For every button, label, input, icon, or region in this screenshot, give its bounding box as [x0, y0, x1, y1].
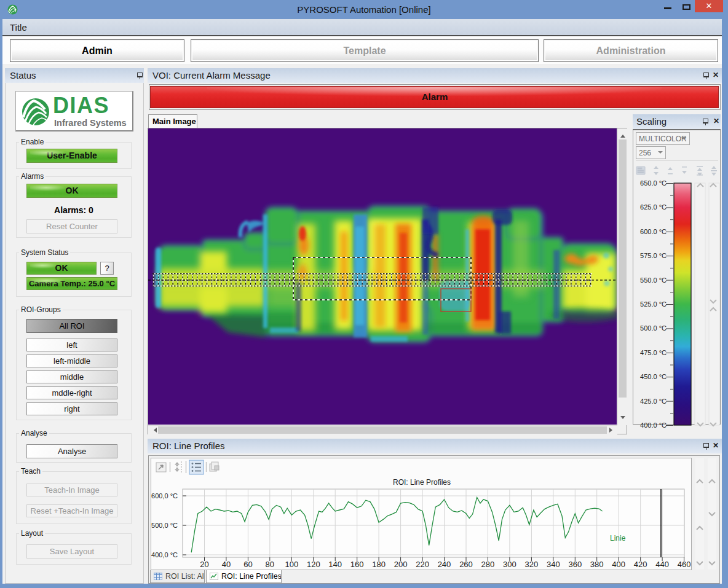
svg-text:460: 460 [678, 560, 691, 569]
svg-text:80: 80 [266, 560, 274, 569]
svg-text:600.0 °C: 600.0 °C [640, 228, 667, 235]
svg-text:280: 280 [481, 560, 495, 569]
svg-text:ROI: Line Profiles: ROI: Line Profiles [393, 478, 451, 487]
svg-text:Linie: Linie [610, 534, 626, 543]
svg-text:625.0 °C: 625.0 °C [640, 203, 667, 211]
svg-text:650.0 °C: 650.0 °C [640, 179, 667, 187]
svg-text:400,0 °C: 400,0 °C [151, 551, 178, 559]
svg-text:340: 340 [547, 560, 560, 569]
svg-text:160: 160 [350, 560, 364, 569]
svg-text:425.0 °C: 425.0 °C [640, 398, 667, 405]
svg-text:120: 120 [307, 560, 320, 569]
svg-text:380: 380 [590, 560, 604, 569]
svg-text:575.0 °C: 575.0 °C [640, 252, 667, 259]
svg-text:100: 100 [285, 560, 298, 569]
svg-text:400.0 °C: 400.0 °C [640, 421, 667, 429]
svg-text:320: 320 [525, 560, 539, 569]
svg-text:240: 240 [438, 560, 451, 569]
svg-text:220: 220 [416, 560, 429, 569]
svg-text:260: 260 [459, 560, 473, 569]
svg-text:180: 180 [372, 560, 386, 569]
svg-text:300: 300 [503, 560, 516, 569]
svg-text:550.0 °C: 550.0 °C [640, 276, 667, 284]
svg-text:140: 140 [328, 560, 342, 569]
svg-text:475.0 °C: 475.0 °C [640, 349, 667, 356]
svg-text:525.0 °C: 525.0 °C [640, 300, 667, 308]
svg-text:20: 20 [200, 560, 208, 569]
svg-text:440: 440 [655, 560, 669, 569]
svg-text:360: 360 [568, 560, 582, 569]
svg-text:600,0 °C: 600,0 °C [151, 492, 178, 500]
svg-text:40: 40 [222, 560, 231, 569]
svg-text:450.0 °C: 450.0 °C [640, 373, 667, 380]
svg-text:500.0 °C: 500.0 °C [640, 324, 667, 332]
svg-text:400: 400 [612, 560, 625, 569]
svg-text:500,0 °C: 500,0 °C [151, 522, 178, 529]
svg-text:200: 200 [394, 560, 408, 569]
svg-text:420: 420 [634, 560, 647, 569]
svg-text:60: 60 [243, 560, 252, 569]
